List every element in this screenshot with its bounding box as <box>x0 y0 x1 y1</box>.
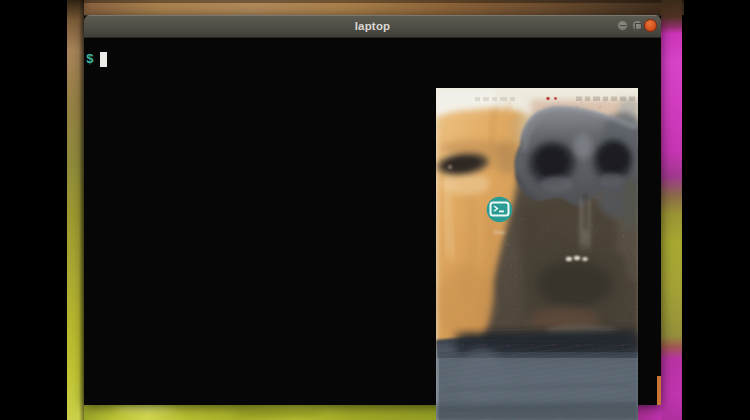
svg-text:htop: htop <box>494 229 506 235</box>
